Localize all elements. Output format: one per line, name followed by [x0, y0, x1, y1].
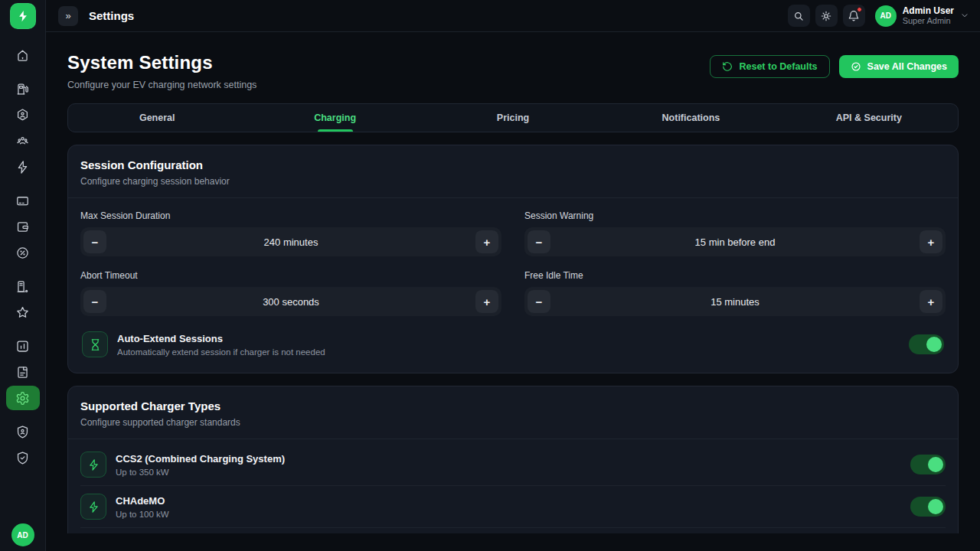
- increment-button[interactable]: +: [920, 230, 942, 253]
- charger-row-subtitle: Up to 350 kW: [116, 468, 901, 477]
- tab-charging[interactable]: Charging: [246, 104, 423, 132]
- tab-general[interactable]: General: [68, 104, 246, 132]
- search-button[interactable]: [788, 5, 810, 27]
- toggle-knob: [928, 499, 943, 514]
- charger-type-row-partial: [68, 528, 958, 533]
- auto-extend-sessions-row: Auto-Extend Sessions Automatically exten…: [80, 328, 946, 360]
- ccs2-toggle[interactable]: [910, 455, 946, 474]
- sidebar-item-drivers[interactable]: [6, 103, 40, 127]
- save-all-changes-button[interactable]: Save All Changes: [839, 55, 959, 78]
- supported-charger-types-card: Supported Charger Types Configure suppor…: [67, 386, 959, 533]
- discount-percent-icon: [15, 246, 30, 260]
- session-configuration-card: Session Configuration Configure charging…: [67, 145, 959, 373]
- toggle-row-title: Auto-Extend Sessions: [117, 333, 900, 344]
- sidebar-item-energy[interactable]: [6, 155, 40, 179]
- sidebar: AD: [0, 0, 46, 551]
- free-idle-time-field: Free Idle Time − 15 minutes +: [524, 270, 946, 316]
- sidebar-item-wallet[interactable]: [6, 214, 40, 239]
- sidebar-item-chargers[interactable]: [6, 77, 40, 101]
- decrement-button[interactable]: −: [528, 230, 550, 253]
- main-content: System Settings Configure your EV chargi…: [46, 32, 980, 533]
- shield-user-icon: [15, 425, 30, 439]
- field-label: Abort Timeout: [80, 270, 501, 281]
- sidebar-item-stations[interactable]: [6, 274, 40, 298]
- sidebar-item-reports[interactable]: [6, 360, 40, 384]
- content-column: » Settings AD Admin User Super Admi: [46, 0, 980, 551]
- sidebar-item-payments[interactable]: [6, 188, 40, 213]
- credit-card-icon: [15, 194, 30, 208]
- app-root: AD » Settings AD Adm: [0, 0, 980, 551]
- lightning-icon: [15, 160, 30, 174]
- decrement-button[interactable]: −: [83, 290, 106, 313]
- user-role: Super Admin: [903, 16, 954, 26]
- sidebar-avatar[interactable]: AD: [11, 523, 34, 546]
- card-title: Supported Charger Types: [80, 399, 946, 412]
- charger-icon: [15, 82, 30, 96]
- toggle-row-text: Auto-Extend Sessions Automatically exten…: [117, 333, 900, 357]
- session-warning-stepper: − 15 min before end +: [524, 227, 946, 256]
- chevron-down-icon: [960, 9, 969, 23]
- tab-notifications[interactable]: Notifications: [602, 104, 779, 132]
- bolt-icon: [16, 9, 30, 23]
- toggle-knob: [928, 457, 943, 472]
- reset-defaults-button[interactable]: Reset to Defaults: [710, 55, 829, 78]
- app-logo: [10, 3, 36, 29]
- charger-type-row-ccs2: CCS2 (Combined Charging System) Up to 35…: [68, 444, 958, 485]
- sidebar-collapse-button[interactable]: »: [58, 6, 78, 26]
- page-title: System Settings: [67, 52, 256, 73]
- card-body: Max Session Duration − 240 minutes + Ses…: [68, 198, 958, 373]
- page-header: System Settings Configure your EV chargi…: [67, 52, 959, 90]
- increment-button[interactable]: +: [920, 290, 942, 313]
- bar-chart-icon: [15, 339, 30, 354]
- increment-button[interactable]: +: [475, 230, 498, 253]
- sidebar-item-promotions[interactable]: [6, 240, 40, 265]
- charger-row-title: CHAdeMO: [116, 495, 901, 507]
- field-label: Session Warning: [524, 210, 946, 221]
- auto-extend-sessions-toggle[interactable]: [909, 334, 944, 354]
- home-icon: [15, 48, 30, 63]
- increment-button[interactable]: +: [475, 290, 498, 313]
- sidebar-nav: [6, 38, 40, 470]
- card-subtitle: Configure charging session behavior: [80, 176, 946, 187]
- sidebar-item-teams[interactable]: [6, 129, 40, 153]
- users-group-icon: [15, 134, 30, 148]
- sidebar-item-settings[interactable]: [6, 386, 40, 410]
- star-icon: [15, 305, 30, 320]
- abort-timeout-stepper: − 300 seconds +: [80, 287, 501, 316]
- charger-type-row-chademo: CHAdeMO Up to 100 kW: [68, 486, 958, 527]
- toggle-row-subtitle: Automatically extend session if charger …: [117, 347, 900, 357]
- decrement-button[interactable]: −: [83, 230, 106, 253]
- max-session-duration-stepper: − 240 minutes +: [80, 227, 501, 256]
- sidebar-item-analytics[interactable]: [6, 334, 40, 358]
- hourglass-icon: [89, 338, 102, 351]
- station-building-icon: [15, 279, 30, 294]
- card-title: Session Configuration: [80, 158, 946, 171]
- user-hexagon-icon: [15, 108, 30, 122]
- chademo-toggle[interactable]: [910, 497, 946, 517]
- sidebar-item-favorites[interactable]: [6, 300, 40, 324]
- user-avatar: AD: [875, 5, 897, 27]
- max-session-duration-field: Max Session Duration − 240 minutes +: [80, 210, 501, 256]
- page-subtitle: Configure your EV charging network setti…: [67, 80, 256, 90]
- topbar-actions: AD Admin User Super Admin: [788, 5, 969, 27]
- reset-icon: [722, 61, 733, 72]
- sidebar-item-security[interactable]: [6, 419, 40, 444]
- hourglass-icon-tile: [82, 331, 108, 357]
- sidebar-item-compliance[interactable]: [6, 445, 40, 470]
- sun-icon: [820, 10, 832, 22]
- decrement-button[interactable]: −: [528, 290, 550, 313]
- charger-type-list: CCS2 (Combined Charging System) Up to 35…: [68, 439, 958, 533]
- stepper-value: 15 minutes: [550, 296, 920, 308]
- user-menu[interactable]: AD Admin User Super Admin: [875, 5, 969, 27]
- sidebar-item-home[interactable]: [6, 43, 40, 67]
- charger-row-text: CCS2 (Combined Charging System) Up to 35…: [116, 453, 901, 477]
- stepper-value: 240 minutes: [106, 236, 475, 248]
- tab-pricing[interactable]: Pricing: [424, 104, 602, 132]
- tab-api-security[interactable]: API & Security: [780, 104, 958, 132]
- wallet-icon: [15, 220, 30, 234]
- charger-row-title: CCS2 (Combined Charging System): [116, 453, 901, 465]
- notification-dot: [857, 7, 862, 12]
- theme-toggle-button[interactable]: [815, 5, 838, 27]
- notifications-button[interactable]: [843, 5, 865, 27]
- card-subtitle: Configure supported charger standards: [80, 417, 946, 428]
